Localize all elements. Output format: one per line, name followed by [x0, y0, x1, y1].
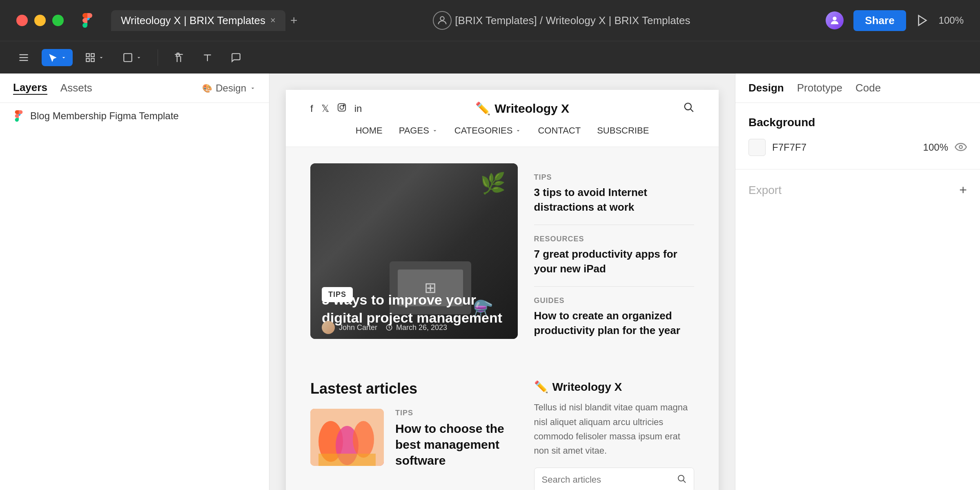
opacity-input[interactable]: 100% — [923, 142, 948, 153]
right-panel-tabs: Design Prototype Code — [735, 74, 980, 103]
share-button[interactable]: Share — [853, 10, 906, 31]
svg-rect-9 — [91, 58, 94, 62]
side-title-2: 7 great productivity apps for your new i… — [534, 247, 694, 276]
color-swatch[interactable] — [748, 139, 766, 156]
author-avatar — [322, 321, 335, 334]
side-tag-3: GUIDES — [534, 296, 694, 305]
article-card: TIPS How to choose the best management s… — [310, 409, 518, 468]
export-label: Export — [748, 184, 782, 197]
hex-input[interactable]: F7F7F7 — [772, 142, 917, 153]
article-thumbnail — [310, 409, 384, 466]
layers-tab[interactable]: Layers — [13, 81, 47, 95]
logo-text: Writeology X — [494, 102, 569, 116]
design-tab[interactable]: Design — [748, 82, 784, 94]
svg-rect-26 — [318, 454, 376, 466]
assets-tab[interactable]: Assets — [60, 82, 92, 94]
user-profile-icon[interactable] — [433, 11, 452, 30]
toolbar — [0, 41, 980, 74]
widget-description: Tellus id nisl blandit vitae quam magna … — [534, 400, 694, 458]
active-tab[interactable]: Writeology X | BRIX Templates × — [111, 10, 285, 31]
latest-header: Lastest articles — [310, 380, 518, 397]
svg-line-28 — [684, 481, 686, 483]
twitter-icon[interactable]: 𝕏 — [321, 103, 329, 114]
website-mockup: f 𝕏 in ✏️ Writeology X — [286, 90, 719, 490]
facebook-icon[interactable]: f — [310, 103, 313, 114]
footer-widget: ✏️ Writeology X Tellus id nisl blandit v… — [534, 380, 694, 490]
svg-point-19 — [685, 103, 691, 110]
code-tab[interactable]: Code — [855, 82, 881, 94]
svg-point-27 — [678, 475, 684, 481]
canvas[interactable]: f 𝕏 in ✏️ Writeology X — [270, 74, 735, 490]
toolbar-separator-1 — [158, 49, 158, 66]
maximize-button[interactable] — [52, 15, 64, 26]
site-header-top: f 𝕏 in ✏️ Writeology X — [310, 101, 694, 116]
background-section: Background F7F7F7 100% — [735, 103, 980, 169]
article-date: March 26, 2023 — [396, 323, 447, 332]
svg-rect-8 — [86, 58, 89, 62]
search-button[interactable] — [669, 468, 694, 490]
linkedin-icon[interactable]: in — [354, 103, 362, 114]
close-button[interactable] — [16, 15, 28, 26]
shape-tool-button[interactable] — [117, 49, 148, 66]
minimize-button[interactable] — [34, 15, 46, 26]
tab-bar: Writeology X | BRIX Templates × + — [111, 10, 297, 31]
side-title-1: 3 tips to avoid Internet distractions at… — [534, 185, 694, 215]
side-title-3: How to create an organized productivity … — [534, 308, 694, 338]
logo-pen-icon: ✏️ — [475, 101, 490, 116]
canvas-inner: f 𝕏 in ✏️ Writeology X — [286, 90, 719, 490]
background-row: F7F7F7 100% — [748, 139, 967, 156]
design-dropdown[interactable]: 🎨 Design — [202, 82, 256, 94]
export-section: Export + — [735, 169, 980, 211]
svg-point-25 — [353, 421, 374, 458]
hero-author: John Carter — [322, 321, 377, 334]
move-tool-button[interactable] — [42, 49, 73, 66]
nav-contact[interactable]: CONTACT — [538, 125, 581, 136]
nav-home[interactable]: HOME — [356, 125, 383, 136]
add-export-icon[interactable]: + — [959, 183, 967, 198]
hero-image: ⊞ 🌿 ⚗️ TIPS 5 ways to improve your digit… — [310, 163, 518, 339]
svg-point-17 — [340, 105, 343, 109]
svg-marker-2 — [918, 16, 926, 25]
article-title: How to choose the best management softwa… — [395, 421, 518, 468]
widget-pen-icon: ✏️ — [534, 380, 548, 394]
svg-line-20 — [690, 109, 693, 111]
comment-tool-button[interactable] — [225, 49, 247, 66]
text-tool-button[interactable] — [196, 49, 218, 66]
zoom-level[interactable]: 100% — [939, 15, 964, 26]
menu-icon[interactable] — [12, 49, 35, 67]
svg-point-0 — [441, 17, 444, 20]
latest-left: Lastest articles — [310, 380, 518, 490]
pen-tool-button[interactable] — [168, 49, 190, 66]
tab-close-icon[interactable]: × — [270, 15, 276, 26]
side-article-3: GUIDES How to create an organized produc… — [534, 287, 694, 348]
svg-rect-7 — [91, 53, 94, 57]
play-icon[interactable] — [916, 14, 929, 27]
breadcrumb: [BRIX Templates] / Writeology X | BRIX T… — [305, 11, 817, 30]
article-info: TIPS How to choose the best management s… — [395, 409, 518, 468]
nav-pages[interactable]: PAGES — [399, 125, 438, 136]
search-bar — [534, 468, 694, 490]
header-search-icon[interactable] — [683, 101, 694, 116]
layer-item[interactable]: Blog Membership Figma Template — [0, 103, 269, 129]
author-name: John Carter — [339, 323, 377, 332]
hero-featured: ⊞ 🌿 ⚗️ TIPS 5 ways to improve your digit… — [310, 163, 518, 347]
new-tab-button[interactable]: + — [290, 13, 298, 27]
instagram-icon[interactable] — [337, 103, 346, 114]
frame-tool-button[interactable] — [79, 49, 110, 66]
site-nav: HOME PAGES CATEGORIES CONTACT SUBSCRIBE — [310, 122, 694, 139]
layers-panel: Layers Assets 🎨 Design Blog Membership F… — [0, 74, 270, 490]
svg-point-18 — [343, 105, 344, 106]
svg-rect-6 — [86, 53, 89, 57]
widget-logo: ✏️ Writeology X — [534, 380, 694, 394]
nav-categories[interactable]: CATEGORIES — [454, 125, 522, 136]
nav-subscribe[interactable]: SUBSCRIBE — [597, 125, 649, 136]
titlebar: Writeology X | BRIX Templates × + [BRIX … — [0, 0, 980, 41]
figma-layer-icon — [13, 110, 24, 122]
prototype-tab[interactable]: Prototype — [797, 82, 842, 94]
collaborator-avatar — [826, 11, 844, 29]
properties-panel: Design Prototype Code Background F7F7F7 … — [735, 74, 980, 490]
hero-section: ⊞ 🌿 ⚗️ TIPS 5 ways to improve your digit… — [286, 147, 719, 364]
side-tag-2: RESOURCES — [534, 235, 694, 243]
search-input[interactable] — [535, 469, 669, 490]
visibility-icon[interactable] — [955, 141, 967, 154]
